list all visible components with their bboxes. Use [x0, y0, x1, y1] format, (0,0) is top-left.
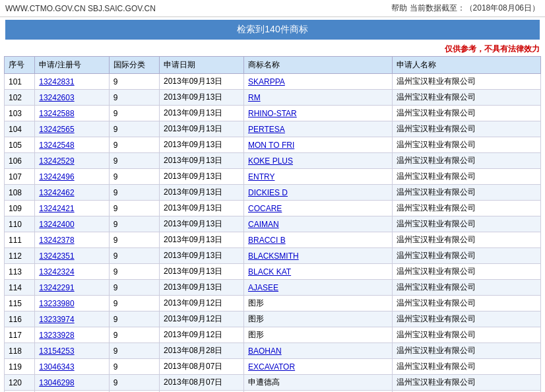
app-number-link[interactable]: 13046298: [39, 378, 74, 387]
app-number-link[interactable]: 13242400: [39, 220, 74, 229]
table-cell[interactable]: 13242529: [35, 153, 110, 169]
app-number-link[interactable]: 13242588: [39, 109, 74, 118]
trademark-name-link[interactable]: ENTRY: [248, 172, 274, 181]
app-number-link[interactable]: 13242603: [39, 93, 74, 102]
trademark-name-link[interactable]: BAOHAN: [248, 346, 282, 356]
app-number-link[interactable]: 13242462: [39, 188, 74, 197]
app-number-link[interactable]: 13242565: [39, 125, 74, 134]
app-number-link[interactable]: 13242831: [39, 77, 74, 86]
table-cell: 2013年09月13日: [160, 232, 244, 248]
app-number-link[interactable]: 13242496: [39, 172, 74, 181]
app-number-link[interactable]: 13242378: [39, 236, 74, 245]
app-number-link[interactable]: 13242324: [39, 267, 74, 277]
table-cell[interactable]: 13046298: [35, 375, 110, 391]
table-cell[interactable]: 13233980: [35, 296, 110, 311]
table-row: 1041324256592013年09月13日PERTESA温州宝汉鞋业有限公司: [5, 121, 541, 137]
table-cell[interactable]: SKARPPA: [243, 74, 392, 90]
table-cell[interactable]: 13242324: [35, 264, 110, 280]
app-number-link[interactable]: 13242529: [39, 156, 74, 166]
table-cell[interactable]: 13242400: [35, 216, 110, 232]
table-cell[interactable]: BLACK KAT: [243, 264, 392, 280]
table-cell: 114: [5, 280, 35, 296]
table-cell[interactable]: BAOHAN: [243, 343, 392, 359]
trademark-name-link[interactable]: BLACKSMITH: [248, 251, 299, 261]
table-cell[interactable]: RM: [243, 90, 392, 106]
table-cell[interactable]: COCARE: [243, 201, 392, 216]
table-cell[interactable]: EXCAVATOR: [243, 359, 392, 375]
table-cell: 120: [5, 375, 35, 391]
trademark-name-link[interactable]: AJASEE: [248, 283, 278, 292]
table-cell[interactable]: 13242351: [35, 248, 110, 264]
table-cell[interactable]: 13046343: [35, 359, 110, 375]
table-cell[interactable]: BLACKSMITH: [243, 248, 392, 264]
table-cell: 110: [5, 216, 35, 232]
table-cell: 119: [5, 359, 35, 375]
table-cell[interactable]: AJASEE: [243, 280, 392, 296]
app-number-link[interactable]: 13233974: [39, 315, 74, 324]
app-number-link[interactable]: 13242421: [39, 204, 74, 213]
table-cell: 2013年08月28日: [160, 343, 244, 359]
table-cell[interactable]: CAIMAN: [243, 216, 392, 232]
app-number-link[interactable]: 13242548: [39, 141, 74, 150]
table-cell: 2013年09月13日: [160, 216, 244, 232]
table-row: 1021324260392013年09月13日RM温州宝汉鞋业有限公司: [5, 90, 541, 106]
table-cell[interactable]: 13242831: [35, 74, 110, 90]
table-cell[interactable]: 13154253: [35, 343, 110, 359]
table-cell: 温州宝汉鞋业有限公司: [392, 90, 540, 106]
table-cell[interactable]: 13242548: [35, 137, 110, 153]
table-cell: 2013年09月12日: [160, 311, 244, 327]
table-cell: 温州宝汉鞋业有限公司: [392, 106, 540, 121]
table-row: 1181315425392013年08月28日BAOHAN温州宝汉鞋业有限公司: [5, 343, 541, 359]
table-cell: 105: [5, 137, 35, 153]
trademark-name-link[interactable]: DICKIES D: [248, 188, 288, 197]
result-count-text: 检索到140件商标: [237, 24, 307, 34]
trademark-name-link[interactable]: KOKE PLUS: [248, 156, 293, 166]
table-cell[interactable]: 13242565: [35, 121, 110, 137]
table-row: 1101324240092013年09月13日CAIMAN温州宝汉鞋业有限公司: [5, 216, 541, 232]
table-cell[interactable]: PERTESA: [243, 121, 392, 137]
table-cell[interactable]: 13242462: [35, 185, 110, 201]
table-cell: 2013年09月13日: [160, 264, 244, 280]
table-cell[interactable]: BRACCI B: [243, 232, 392, 248]
trademark-name-link[interactable]: MON TO FRI: [248, 141, 294, 150]
table-cell[interactable]: 13233928: [35, 327, 110, 343]
app-number-link[interactable]: 13242351: [39, 251, 74, 261]
table-cell[interactable]: 13233974: [35, 311, 110, 327]
trademark-name-link[interactable]: CAIMAN: [248, 220, 279, 229]
app-number-link[interactable]: 13233980: [39, 299, 74, 308]
table-row: 1081324246292013年09月13日DICKIES D温州宝汉鞋业有限…: [5, 185, 541, 201]
table-cell[interactable]: 13242588: [35, 106, 110, 121]
table-cell[interactable]: 13242291: [35, 280, 110, 296]
table-row: 1091324242192013年09月13日COCARE温州宝汉鞋业有限公司: [5, 201, 541, 216]
trademark-name-link[interactable]: BRACCI B: [248, 236, 286, 245]
table-cell[interactable]: 13242603: [35, 90, 110, 106]
trademark-name-link[interactable]: RHINO-STAR: [248, 109, 297, 118]
trademark-name-link[interactable]: SKARPPA: [248, 77, 285, 86]
app-number-link[interactable]: 13046343: [39, 362, 74, 372]
table-cell[interactable]: MON TO FRI: [243, 137, 392, 153]
table-cell: 温州宝汉鞋业有限公司: [392, 232, 540, 248]
trademark-name-link[interactable]: PERTESA: [248, 125, 285, 134]
table-cell: 9: [109, 264, 159, 280]
trademark-name-link[interactable]: RM: [248, 93, 261, 102]
table-cell[interactable]: ENTRY: [243, 169, 392, 185]
trademark-name-link[interactable]: BLACK KAT: [248, 267, 291, 277]
table-cell: 111: [5, 232, 35, 248]
trademark-name-link[interactable]: EXCAVATOR: [248, 362, 295, 372]
table-cell: 2013年08月07日: [160, 359, 244, 375]
header-row: 序号 申请/注册号 国际分类 申请日期 商标名称 申请人名称: [5, 57, 541, 74]
app-number-link[interactable]: 13154253: [39, 346, 74, 356]
table-row: 1201304629892013年08月07日申遭德高温州宝汉鞋业有限公司: [5, 375, 541, 391]
table-cell[interactable]: 13242378: [35, 232, 110, 248]
table-cell[interactable]: DICKIES D: [243, 185, 392, 201]
table-cell[interactable]: 13242421: [35, 201, 110, 216]
table-cell: 113: [5, 264, 35, 280]
app-number-link[interactable]: 13242291: [39, 283, 74, 292]
trademark-name-link[interactable]: COCARE: [248, 204, 282, 213]
table-cell[interactable]: KOKE PLUS: [243, 153, 392, 169]
app-number-link[interactable]: 13233928: [39, 331, 74, 340]
table-cell[interactable]: 13242496: [35, 169, 110, 185]
table-cell: 温州宝汉鞋业有限公司: [392, 216, 540, 232]
table-cell[interactable]: RHINO-STAR: [243, 106, 392, 121]
top-bar-right: 帮助 当前数据截至：（2018年08月06日）: [391, 3, 540, 14]
